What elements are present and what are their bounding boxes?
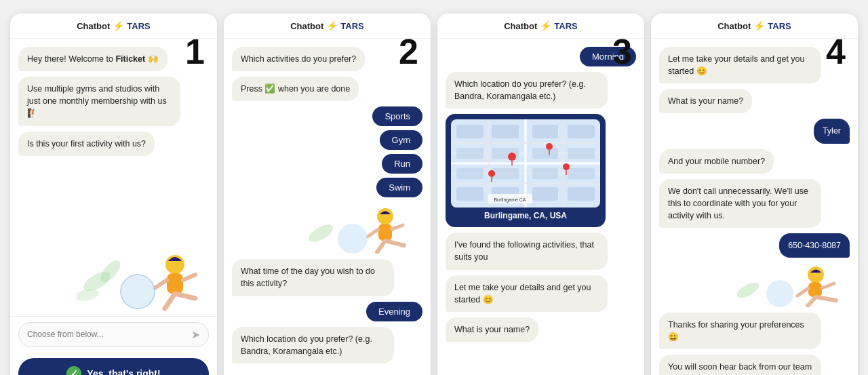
chip-run[interactable]: Run — [382, 154, 422, 174]
svg-point-12 — [377, 208, 393, 224]
msg-take-details-p3: Let me take your details and get you sta… — [446, 275, 608, 312]
svg-point-48 — [488, 170, 495, 177]
svg-text:Burlingame CA: Burlingame CA — [494, 197, 526, 203]
chat-input-row-1[interactable]: ➤ — [18, 322, 209, 347]
chat-body-4: Let me take your details and get you sta… — [651, 39, 858, 375]
chip-swim[interactable]: Swim — [376, 178, 422, 197]
chip-gym[interactable]: Gym — [380, 130, 422, 150]
msg-press-done: Press ✅ when you are done — [232, 77, 359, 101]
svg-rect-35 — [568, 148, 595, 159]
svg-point-2 — [77, 288, 100, 302]
illustration-1 — [77, 241, 212, 315]
svg-rect-32 — [456, 148, 484, 159]
msg-tyler: Tyler — [814, 119, 850, 143]
lightning-icon-4: ⚡ — [753, 20, 765, 31]
msg-found-activities: I've found the following activities, tha… — [446, 233, 608, 269]
chat-body-2: Which activities do you prefer? Press ✅ … — [224, 39, 431, 375]
msg-your-name-p3: What is your name? — [446, 317, 538, 342]
msg-location: Which location do you prefer? (e.g. Band… — [232, 327, 394, 363]
svg-line-15 — [385, 241, 404, 245]
yes-label: Yes, that's right! — [87, 368, 160, 375]
chip-sports[interactable]: Sports — [372, 106, 422, 126]
svg-rect-31 — [568, 125, 595, 138]
check-circle-icon: ✓ — [66, 366, 81, 375]
msg-take-details-p4: Let me take your details and get you sta… — [659, 47, 821, 83]
chip-evening[interactable]: Evening — [366, 302, 422, 321]
chat-body-3: Morning Which location do you prefer? (e… — [437, 39, 644, 375]
svg-rect-4 — [167, 273, 183, 294]
msg-hear-back: You will soon hear back from our team 👋 — [659, 355, 821, 375]
illustration-4 — [731, 260, 853, 307]
svg-rect-56 — [808, 282, 822, 297]
svg-rect-30 — [532, 125, 558, 138]
svg-rect-13 — [378, 224, 392, 241]
activity-chips: Sports Gym Run Swim — [232, 106, 422, 197]
map-location-label: Burlingame, CA, USA — [451, 208, 600, 222]
svg-line-8 — [183, 275, 195, 280]
panel-number-3: 3 — [612, 34, 632, 69]
msg-time: What time of the day you wish to do this… — [232, 259, 394, 296]
map-bubble: Burlingame CA Burlingame, CA, USA — [446, 114, 606, 227]
chatbot-label-2: Chatbot — [290, 21, 323, 31]
map-image: Burlingame CA — [451, 119, 600, 208]
svg-point-11 — [306, 221, 336, 245]
tars-label-3: TARS — [554, 21, 577, 31]
action-buttons-1: ✓ Yes, that's right! 🚫 Nope — [10, 354, 217, 375]
svg-point-54 — [734, 279, 761, 301]
tars-label-4: TARS — [768, 21, 791, 31]
map-svg: Burlingame CA — [451, 119, 600, 208]
morning-chip-container: Morning — [446, 47, 636, 66]
tars-label-2: TARS — [340, 21, 363, 31]
svg-point-46 — [546, 143, 553, 150]
svg-point-55 — [808, 267, 824, 283]
svg-point-44 — [508, 153, 516, 161]
msg-no-call: We don't call unnecessarily. We'll use t… — [659, 179, 821, 228]
chat-panel-4: Chatbot ⚡ TARS 4 Let me take your detail… — [651, 14, 858, 375]
send-icon-1[interactable]: ➤ — [191, 328, 200, 341]
msg-your-name-p4: What is your name? — [659, 89, 752, 113]
tars-label-1: TARS — [127, 21, 150, 31]
chat-panel-3: Chatbot ⚡ TARS 3 Morning Which location … — [437, 14, 644, 375]
msg-mobile: And your mobile number? — [659, 149, 774, 174]
chat-input-1[interactable] — [27, 330, 191, 339]
chat-panel-2: Chatbot ⚡ TARS 2 Which activities do you… — [224, 14, 431, 375]
svg-line-58 — [816, 297, 836, 300]
svg-line-16 — [368, 229, 378, 237]
msg-thanks-prefs: Thanks for sharing your preferences 😀 — [659, 313, 821, 349]
chatbot-label-1: Chatbot — [77, 21, 110, 31]
svg-line-7 — [155, 280, 167, 288]
svg-line-5 — [165, 294, 175, 309]
chatbot-label-3: Chatbot — [504, 21, 537, 31]
msg-phone: 650-430-8087 — [779, 233, 850, 258]
panels-container: Chatbot ⚡ TARS 1 Hey there! Welcome to F… — [10, 14, 858, 375]
svg-point-61 — [766, 280, 793, 307]
svg-line-60 — [822, 283, 834, 288]
svg-point-18 — [338, 224, 368, 254]
svg-point-50 — [563, 163, 570, 170]
svg-line-59 — [797, 288, 808, 296]
svg-rect-34 — [532, 148, 558, 159]
msg-activities: Which activities do you prefer? — [232, 47, 365, 71]
lightning-icon-3: ⚡ — [540, 20, 551, 31]
svg-rect-29 — [492, 125, 519, 138]
svg-rect-43 — [568, 187, 595, 201]
svg-rect-28 — [456, 125, 484, 138]
panel-number-1: 1 — [185, 34, 205, 69]
message-first-activity: Is this your first activity with us? — [18, 132, 155, 156]
lightning-icon-2: ⚡ — [326, 20, 338, 31]
panel-number-4: 4 — [826, 34, 846, 69]
msg-location-p3: Which location do you prefer? (e.g. Band… — [446, 72, 608, 108]
chat-panel-1: Chatbot ⚡ TARS 1 Hey there! Welcome to F… — [10, 14, 217, 375]
svg-line-17 — [392, 225, 403, 229]
chat-body-1: Hey there! Welcome to Fiticket 🙌 Use mul… — [10, 39, 217, 316]
message-welcome: Hey there! Welcome to Fiticket 🙌 — [18, 47, 167, 71]
chatbot-label-4: Chatbot — [717, 21, 751, 31]
panel-number-2: 2 — [399, 34, 418, 69]
illustration-2 — [304, 199, 426, 254]
yes-button[interactable]: ✓ Yes, that's right! — [18, 358, 209, 375]
svg-line-14 — [377, 241, 385, 252]
lightning-icon-1: ⚡ — [113, 20, 124, 31]
svg-rect-36 — [456, 168, 484, 179]
svg-line-6 — [175, 294, 195, 298]
svg-rect-40 — [456, 187, 484, 201]
